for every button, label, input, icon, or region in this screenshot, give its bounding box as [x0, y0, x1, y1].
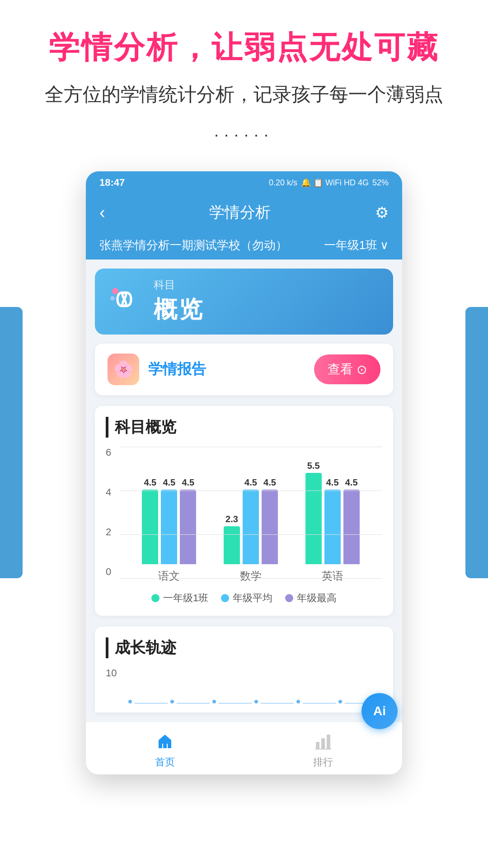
bar-math-avg-bar [243, 490, 259, 564]
status-time: 18:47 [99, 177, 125, 189]
bar-english-top: 4.5 [343, 477, 360, 564]
school-bar: 张燕学情分析一期测试学校（勿动） 一年级1班 ∨ [86, 231, 402, 259]
subject-group-english: 5.5 4.5 4. [305, 461, 360, 564]
growth-dot [128, 700, 132, 703]
dots: ······ [18, 125, 470, 144]
svg-rect-1 [316, 742, 319, 749]
growth-line [219, 703, 252, 703]
nav-home-label: 首页 [155, 755, 175, 769]
sub-title: 全方位的学情统计分析，记录孩子每一个薄弱点 [18, 82, 470, 107]
main-content: 🌸 学情报告 查看 ⊙ 科目概览 0 [86, 335, 402, 722]
subject-tab[interactable]: 科目 概览 [95, 269, 393, 335]
app-header: ‹ 学情分析 ⚙ [86, 194, 402, 231]
bar-english-avg-bar [324, 490, 341, 564]
bar-english-class: 5.5 [305, 461, 322, 564]
svg-rect-0 [163, 744, 167, 748]
bar-english-class-bar [305, 473, 322, 564]
growth-dot [338, 700, 342, 703]
report-title: 学情报告 [148, 359, 206, 379]
bar-chinese-top-bar [180, 490, 196, 564]
header-title: 学情分析 [209, 202, 271, 223]
section-title-growth: 成长轨迹 [106, 637, 382, 658]
settings-button[interactable]: ⚙ [375, 203, 389, 222]
subject-label: 科目 [154, 278, 380, 292]
report-icon: 🌸 [108, 354, 139, 385]
growth-dot [212, 700, 216, 703]
phone-screen: 18:47 0.20 k/s 🔔 📋 WiFi HD 4G 52% ‹ 学情分析… [86, 171, 402, 774]
growth-dot [254, 700, 258, 703]
legend-avg: 年级平均 [221, 591, 272, 605]
chevron-down-icon: ∨ [380, 238, 389, 252]
ranking-icon [311, 729, 335, 753]
x-label-math: 数学 [240, 569, 262, 583]
status-signal-icons: 🔔 📋 WiFi HD 4G [301, 178, 369, 188]
y-label-4: 4 [106, 486, 119, 498]
growth-line [303, 703, 336, 703]
bottom-nav: 首页 排行 [86, 722, 402, 774]
legend-class: 一年级1班 [151, 591, 208, 605]
class-name: 一年级1班 [324, 237, 377, 253]
back-button[interactable]: ‹ [99, 203, 105, 222]
subject-info: 科目 概览 [154, 278, 380, 326]
bar-math-class-bar [224, 526, 240, 564]
growth-dot [170, 700, 174, 703]
status-icons: 0.20 k/s 🔔 📋 WiFi HD 4G 52% [269, 178, 389, 188]
logo-dot-pink [112, 288, 118, 294]
growth-section: 成长轨迹 10 [95, 627, 393, 712]
chart-legend: 一年级1班 年级平均 年级最高 [106, 591, 382, 605]
bar-math-top-bar [262, 490, 278, 564]
logo-dot-blue [110, 296, 115, 301]
nav-ranking[interactable]: 排行 [311, 729, 335, 769]
ai-badge-container[interactable]: Ai [361, 693, 398, 729]
y-label-6: 6 [106, 447, 119, 458]
ai-badge[interactable]: Ai [361, 693, 398, 729]
bar-chinese-avg-bar [161, 490, 177, 564]
legend-dot-top [285, 594, 293, 602]
subject-value: 概览 [154, 294, 380, 326]
view-arrow-icon: ⊙ [357, 362, 367, 377]
legend-label-avg: 年级平均 [233, 591, 272, 605]
growth-line [135, 703, 168, 703]
bar-math-avg: 4.5 [243, 477, 259, 564]
status-network: 0.20 k/s [269, 178, 297, 188]
subject-group-chinese: 4.5 4.5 4. [142, 477, 196, 564]
view-btn-label: 查看 [328, 361, 353, 378]
school-name: 张燕学情分析一期测试学校（勿动） [99, 237, 287, 253]
nav-ranking-label: 排行 [313, 755, 333, 769]
svg-rect-3 [327, 735, 330, 749]
report-card: 🌸 学情报告 查看 ⊙ [95, 344, 393, 395]
subject-group-math: 2.3 4.5 4. [224, 477, 278, 564]
growth-line [261, 703, 294, 703]
view-button[interactable]: 查看 ⊙ [314, 354, 380, 384]
legend-dot-class [151, 594, 160, 602]
bar-chart: 0 2 4 6 [106, 447, 382, 605]
growth-y-label: 10 [106, 667, 119, 679]
ai-badge-label: Ai [373, 704, 386, 718]
battery-indicator: 52% [372, 178, 389, 188]
y-label-0: 0 [106, 566, 119, 578]
x-label-english: 英语 [322, 569, 343, 583]
svg-rect-2 [321, 738, 325, 749]
main-title: 学情分析，让弱点无处可藏 [18, 27, 470, 68]
bar-chinese-avg: 4.5 [161, 477, 177, 564]
bar-chinese-class: 4.5 [142, 477, 158, 564]
growth-line [177, 703, 210, 703]
section-title-subject: 科目概览 [106, 417, 382, 438]
growth-dot [296, 700, 300, 703]
y-label-2: 2 [106, 526, 119, 538]
bar-chinese-class-bar [142, 490, 158, 564]
subject-logo [108, 283, 145, 320]
bar-chinese-top: 4.5 [180, 477, 196, 564]
bar-english-avg: 4.5 [324, 477, 341, 564]
top-section: 学情分析，让弱点无处可藏 全方位的学情统计分析，记录孩子每一个薄弱点 ·····… [0, 0, 488, 171]
status-bar: 18:47 0.20 k/s 🔔 📋 WiFi HD 4G 52% [86, 171, 402, 194]
legend-dot-avg [221, 594, 229, 602]
nav-home[interactable]: 首页 [153, 729, 177, 769]
bar-english-top-bar [343, 490, 360, 564]
class-selector[interactable]: 一年级1班 ∨ [324, 237, 389, 253]
bar-math-top: 4.5 [262, 477, 278, 564]
legend-label-top: 年级最高 [297, 591, 337, 605]
home-icon [153, 729, 177, 753]
report-left: 🌸 学情报告 [108, 354, 206, 385]
x-label-chinese: 语文 [158, 569, 180, 583]
